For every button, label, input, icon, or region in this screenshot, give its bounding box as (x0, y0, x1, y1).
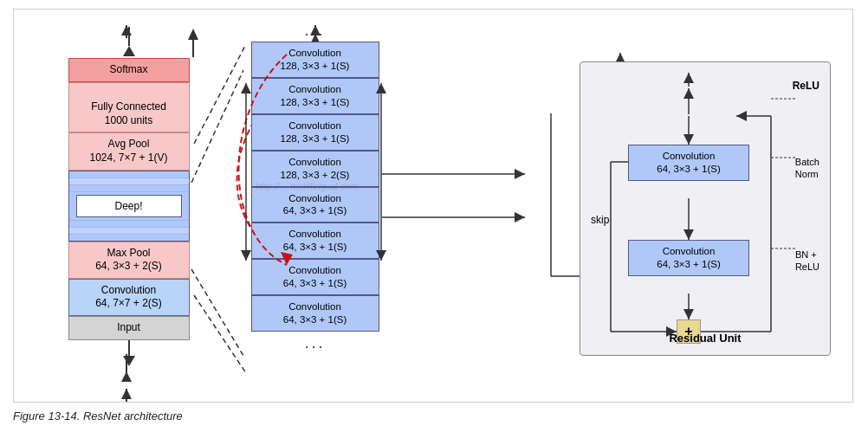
diagram-container: Softmax Fully Connected1000 units Avg Po… (13, 9, 853, 403)
top-arrow-line (128, 27, 130, 46)
top-arrowhead (123, 46, 135, 56)
conv-128-1: Convolution128, 3×3 + 1(S) (251, 42, 379, 78)
conv-128-2: Convolution128, 3×3 + 1(S) (251, 78, 379, 114)
svg-marker-31 (683, 229, 694, 240)
conv-64-3: Convolution64, 3×3 + 1(S) (251, 259, 379, 295)
res-conv-top: Convolution64, 3×3 + 1(S) (628, 145, 749, 181)
svg-line-3 (191, 269, 243, 356)
conv-64-2: Convolution64, 3×3 + 1(S) (251, 222, 379, 259)
svg-marker-27 (683, 88, 694, 99)
input-block: Input (68, 316, 190, 340)
residual-arrows (580, 62, 830, 355)
max-pool-block: Max Pool64, 3×3 + 2(S) (68, 242, 190, 279)
left-column: Softmax Fully Connected1000 units Avg Po… (66, 27, 191, 366)
conv-64-1: Convolution64, 3×3 + 1(S) (251, 187, 379, 223)
svg-marker-29 (683, 134, 694, 145)
mid-column: ... Convolution128, 3×3 + 1(S) Convoluti… (248, 23, 382, 351)
top-dots: ... (304, 23, 325, 38)
bottom-arrow-line (128, 340, 130, 356)
svg-marker-6 (515, 212, 525, 222)
conv-64-4: Convolution64, 3×3 + 1(S) (251, 295, 379, 332)
fully-connected-block: Fully Connected1000 units (68, 82, 190, 133)
avg-pool-block: Avg Pool1024, 7×7 + 1(V) (68, 132, 190, 170)
relu-label: ReLU (793, 80, 819, 92)
svg-marker-1 (121, 371, 132, 382)
svg-marker-61 (515, 169, 525, 179)
svg-marker-43 (683, 73, 694, 83)
batch-norm-label: BatchNorm (795, 156, 819, 181)
svg-line-52 (194, 295, 246, 373)
res-conv-bottom: Convolution64, 3×3 + 1(S) (628, 240, 749, 276)
svg-marker-33 (683, 309, 694, 319)
conv-128-4: Convolution128, 3×3 + 2(S) (251, 151, 379, 187)
svg-marker-50 (121, 389, 132, 399)
deep-block: Deep! (68, 171, 190, 242)
residual-unit-label: Residual Unit (669, 332, 741, 345)
conv-128-3: Convolution128, 3×3 + 1(S) (251, 114, 379, 151)
bottom-arrowhead (123, 356, 135, 366)
svg-line-51 (194, 44, 246, 144)
softmax-block: Softmax (68, 58, 190, 82)
mid-blocks-upper: Convolution128, 3×3 + 1(S) Convolution12… (248, 42, 382, 332)
bottom-dots: ... (304, 335, 325, 351)
figure-caption: Figure 13-14. ResNet architecture (13, 410, 183, 422)
residual-unit-inner: Convolution64, 3×3 + 1(S) Convolution64,… (580, 62, 830, 355)
bn-relu-label: BN +ReLU (795, 248, 819, 274)
svg-marker-41 (736, 111, 747, 121)
residual-unit-box: Convolution64, 3×3 + 1(S) Convolution64,… (580, 61, 831, 356)
conv-block-left: Convolution64, 7×7 + 2(S) (68, 279, 190, 316)
skip-label: skip (591, 214, 609, 226)
svg-line-2 (191, 70, 243, 183)
